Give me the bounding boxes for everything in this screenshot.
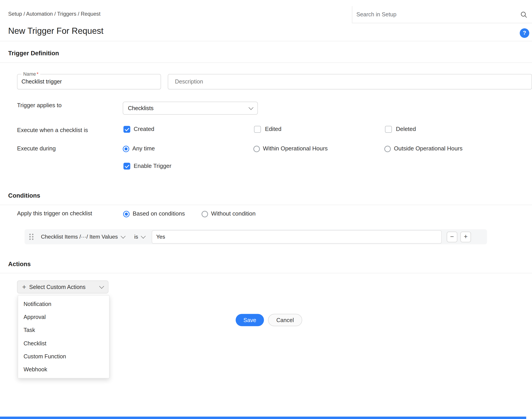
breadcrumb[interactable]: Setup / Automation / Triggers / Request (8, 11, 101, 17)
checkbox-label: Enable Trigger (134, 163, 172, 170)
search-input[interactable] (356, 11, 520, 18)
section-divider (0, 63, 532, 63)
select-custom-actions-label: Select Custom Actions (29, 284, 86, 290)
chevron-down-icon (141, 234, 146, 239)
menu-item-custom-function[interactable]: Custom Function (18, 350, 109, 363)
chevron-down-icon (121, 234, 126, 239)
menu-item-approval[interactable]: Approval (18, 311, 109, 324)
checkbox-label: Deleted (396, 126, 416, 132)
execute-during-label: Execute during (17, 145, 56, 152)
required-asterisk: * (37, 71, 38, 77)
chevron-down-icon (249, 105, 253, 110)
radio-based-on-conditions[interactable]: Based on conditions (123, 211, 185, 217)
name-field[interactable]: Name* (17, 74, 161, 90)
save-button[interactable]: Save (236, 314, 264, 326)
radio-icon[interactable] (202, 211, 208, 217)
condition-value-input[interactable] (152, 231, 441, 243)
section-divider (0, 205, 532, 205)
radio-icon[interactable] (253, 145, 260, 152)
chevron-down-icon (99, 284, 104, 289)
condition-operator-value: is (134, 234, 138, 240)
radio-label: Based on conditions (133, 211, 185, 217)
bottom-accent-bar (0, 417, 526, 419)
remove-condition-button[interactable]: − (447, 231, 457, 242)
applies-to-label: Trigger applies to (17, 102, 62, 109)
radio-label: Within Operational Hours (263, 145, 328, 152)
section-heading-actions: Actions (8, 261, 31, 268)
page: Setup / Automation / Triggers / Request … (0, 0, 532, 419)
description-field[interactable] (168, 74, 532, 90)
apply-trigger-label: Apply this trigger on checklist (17, 210, 92, 217)
menu-item-notification[interactable]: Notification (18, 298, 109, 310)
radio-label: Without condition (211, 211, 256, 217)
search-icon[interactable] (520, 11, 527, 18)
radio-label: Outside Operational Hours (394, 145, 463, 152)
applies-to-select[interactable]: Checklists (123, 102, 258, 115)
radio-icon[interactable] (123, 211, 129, 217)
checkbox-icon[interactable] (124, 163, 130, 170)
checkbox-icon[interactable] (254, 126, 261, 132)
section-divider (0, 273, 532, 273)
checkbox-edited[interactable]: Edited (254, 126, 281, 132)
checkbox-enable-trigger[interactable]: Enable Trigger (124, 163, 171, 170)
checkbox-deleted[interactable]: Deleted (385, 126, 416, 132)
header-divider (0, 41, 532, 41)
radio-outside-operational-hours[interactable]: Outside Operational Hours (384, 145, 463, 152)
condition-field-value: Checklist Items /···/ Item Values (41, 234, 118, 240)
radio-any-time[interactable]: Any time (123, 145, 155, 152)
radio-without-condition[interactable]: Without condition (202, 211, 255, 217)
plus-icon: + (22, 284, 26, 290)
drag-handle-icon[interactable] (29, 234, 33, 240)
condition-operator-select[interactable]: is (134, 234, 145, 240)
radio-icon[interactable] (384, 145, 391, 152)
condition-value-field[interactable] (152, 230, 442, 243)
checkbox-icon[interactable] (124, 126, 130, 132)
checkbox-label: Edited (265, 126, 281, 132)
radio-label: Any time (132, 145, 155, 152)
execute-when-label: Execute when a checklist is (17, 127, 88, 134)
custom-actions-menu: Notification Approval Task Checklist Cus… (18, 295, 109, 379)
select-custom-actions-button[interactable]: + Select Custom Actions (17, 280, 109, 293)
applies-to-value: Checklists (128, 105, 154, 111)
menu-item-checklist[interactable]: Checklist (18, 337, 109, 350)
checkbox-created[interactable]: Created (124, 126, 154, 132)
radio-within-operational-hours[interactable]: Within Operational Hours (253, 145, 328, 152)
condition-field-select[interactable]: Checklist Items /···/ Item Values (41, 234, 125, 240)
name-label: Name* (22, 71, 40, 77)
checkbox-label: Created (134, 126, 154, 132)
menu-item-task[interactable]: Task (18, 324, 109, 337)
add-condition-button[interactable]: + (460, 231, 471, 242)
menu-item-webhook[interactable]: Webhook (18, 363, 109, 376)
section-heading-trigger-definition: Trigger Definition (8, 50, 59, 57)
radio-icon[interactable] (123, 145, 129, 152)
checkbox-icon[interactable] (385, 126, 392, 132)
help-icon[interactable]: ? (520, 28, 529, 38)
description-input[interactable] (168, 74, 532, 89)
page-title: New Trigger For Request (8, 26, 104, 36)
condition-row: Checklist Items /···/ Item Values is − + (25, 229, 487, 244)
section-heading-conditions: Conditions (8, 192, 40, 199)
setup-search[interactable] (352, 6, 532, 23)
cancel-button[interactable]: Cancel (268, 314, 302, 326)
